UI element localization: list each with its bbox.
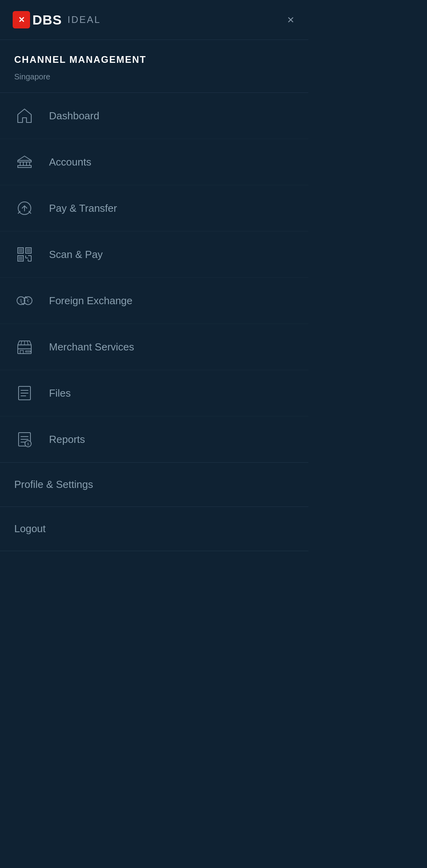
profile-settings-label: Profile & Settings	[14, 478, 93, 490]
fx-icon: $ €	[14, 290, 35, 311]
channel-subtitle: Singapore	[14, 72, 294, 81]
sidebar-item-foreign-exchange[interactable]: $ € Foreign Exchange	[0, 278, 308, 324]
profile-settings-item[interactable]: Profile & Settings	[0, 463, 308, 507]
logout-label: Logout	[14, 523, 46, 535]
merchant-icon	[14, 337, 35, 357]
reports-icon: $	[14, 429, 35, 450]
svg-rect-10	[19, 249, 22, 252]
sidebar-item-label: Scan & Pay	[49, 249, 103, 261]
files-icon	[14, 383, 35, 403]
svg-line-28	[21, 341, 22, 345]
logout-item[interactable]: Logout	[0, 507, 308, 551]
home-icon	[14, 105, 35, 126]
sidebar-item-pay-transfer[interactable]: Pay & Transfer	[0, 185, 308, 232]
dbs-logo: DBS IDEAL	[13, 11, 101, 28]
svg-marker-6	[18, 156, 31, 160]
pay-icon	[14, 198, 35, 218]
sidebar-item-label: Foreign Exchange	[49, 295, 132, 307]
sidebar-item-label: Pay & Transfer	[49, 202, 117, 215]
product-name: IDEAL	[68, 14, 101, 25]
svg-rect-27	[26, 351, 30, 352]
channel-title: CHANNEL MANAGEMENT	[14, 54, 294, 65]
sidebar-item-label: Merchant Services	[49, 341, 134, 353]
sidebar-item-label: Reports	[49, 433, 85, 446]
svg-text:€: €	[27, 299, 29, 303]
sidebar-item-label: Files	[49, 387, 71, 399]
logo-area: DBS IDEAL	[13, 11, 101, 28]
svg-rect-14	[19, 257, 22, 260]
svg-text:$: $	[27, 442, 29, 446]
sidebar-item-label: Dashboard	[49, 110, 99, 122]
header: DBS IDEAL ×	[0, 0, 308, 40]
brand-name: DBS	[32, 12, 62, 28]
nav-list: Dashboard Accounts	[0, 93, 308, 463]
sidebar-item-scan-pay[interactable]: Scan & Pay	[0, 232, 308, 278]
qr-icon	[14, 244, 35, 265]
channel-management-section: CHANNEL MANAGEMENT Singapore	[0, 40, 308, 93]
dbs-icon	[13, 11, 30, 28]
sidebar-item-reports[interactable]: $ Reports	[0, 416, 308, 462]
svg-rect-1	[18, 166, 31, 168]
svg-rect-26	[20, 350, 23, 354]
sidebar-item-label: Accounts	[49, 156, 91, 168]
sidebar-item-files[interactable]: Files	[0, 370, 308, 416]
bank-icon	[14, 152, 35, 172]
main-nav: Dashboard Accounts	[0, 93, 308, 463]
sidebar-item-merchant-services[interactable]: Merchant Services	[0, 324, 308, 370]
sidebar-item-dashboard[interactable]: Dashboard	[0, 93, 308, 139]
close-button[interactable]: ×	[285, 12, 296, 27]
svg-rect-12	[27, 249, 30, 252]
svg-line-30	[27, 341, 28, 345]
sidebar-item-accounts[interactable]: Accounts	[0, 139, 308, 185]
svg-text:$: $	[20, 299, 22, 303]
